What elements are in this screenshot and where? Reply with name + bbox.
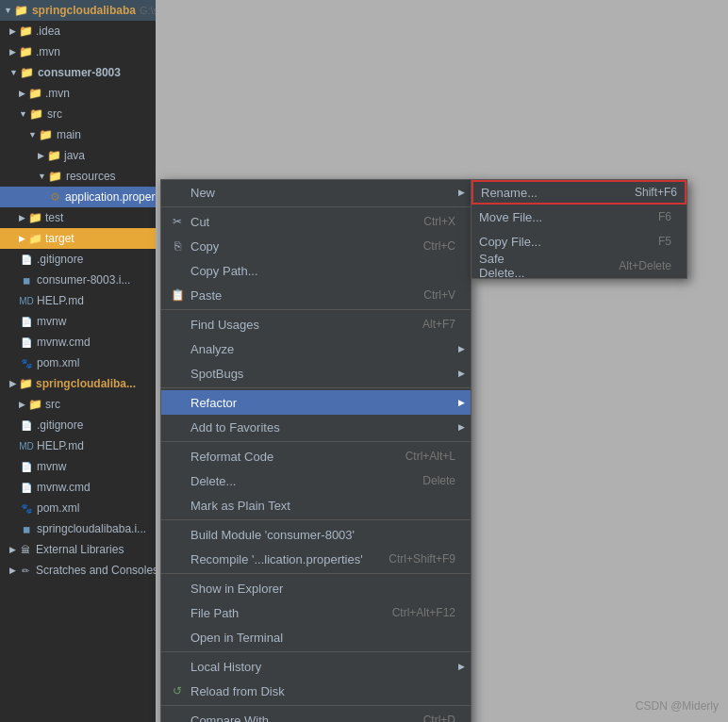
menu-copy-shortcut: Ctrl+C: [423, 239, 455, 253]
tree-spring2[interactable]: ▶ 📁 springcloudaliba...: [0, 373, 156, 394]
file-xml-icon: 🐾: [19, 355, 34, 370]
folder-icon: 📁: [20, 65, 35, 80]
tree-help-md[interactable]: MD HELP.md: [0, 290, 156, 311]
submenu-safe-delete[interactable]: Safe Delete... Alt+Delete: [472, 254, 687, 278]
menu-open-terminal[interactable]: Open in Terminal: [161, 625, 471, 649]
menu-build-label: Build Module 'consumer-8003': [190, 528, 455, 542]
menu-add-fav[interactable]: Add to Favorites: [161, 415, 471, 439]
menu-paste[interactable]: 📋 Paste Ctrl+V: [161, 283, 471, 307]
watermark: CSDN @Miderly: [636, 699, 719, 713]
menu-show-explorer[interactable]: Show in Explorer: [161, 576, 471, 600]
tree-ext-lib[interactable]: ▶ 🏛 External Libraries: [0, 539, 156, 560]
tree-pom2[interactable]: 🐾 pom.xml: [0, 498, 156, 518]
menu-find-shortcut: Alt+F7: [422, 318, 455, 331]
menu-reformat[interactable]: Reformat Code Ctrl+Alt+L: [161, 444, 471, 468]
tree-mvn2[interactable]: ▶ 📁 .mvn: [0, 83, 156, 104]
tree-scratches[interactable]: ▶ ✏ Scratches and Consoles: [0, 560, 156, 581]
tree-java[interactable]: ▶ 📁 java: [0, 145, 156, 166]
menu-recompile[interactable]: Recompile '...lication.properties' Ctrl+…: [161, 547, 471, 571]
menu-analyze[interactable]: Analyze: [161, 336, 471, 361]
menu-cut-label: Cut: [190, 215, 405, 229]
move-label: Move File...: [479, 210, 559, 224]
analyze-icon: [169, 340, 186, 357]
menu-delete[interactable]: Delete... Delete: [161, 468, 471, 493]
menu-compare[interactable]: Compare With... Ctrl+D: [161, 708, 471, 722]
tree-mvnw-cmd2[interactable]: 📄 mvnw.cmd: [0, 477, 156, 498]
menu-terminal-label: Open in Terminal: [190, 631, 455, 645]
move-shortcut: F6: [658, 210, 671, 223]
menu-spotbugs[interactable]: SpotBugs: [161, 361, 471, 386]
copy-path-icon: [169, 262, 186, 279]
menu-sep2: [161, 309, 471, 310]
recompile-icon: [169, 550, 186, 567]
menu-paste-shortcut: Ctrl+V: [423, 288, 455, 302]
menu-sep4: [161, 441, 471, 442]
file-icon: ◼: [19, 272, 34, 287]
tree-src[interactable]: ▼ 📁 src: [0, 104, 156, 124]
file-md-icon: MD: [19, 438, 34, 453]
menu-explorer-label: Show in Explorer: [190, 582, 455, 596]
menu-reload[interactable]: ↺ Reload from Disk: [161, 679, 471, 703]
tree-consumer[interactable]: ▼ 📁 consumer-8003: [0, 62, 156, 83]
submenu-move[interactable]: Move File... F6: [472, 205, 687, 229]
copy-icon: ⎘: [169, 238, 186, 254]
menu-new-label: New: [190, 186, 455, 200]
tree-mvnw2[interactable]: 📄 mvnw: [0, 456, 156, 477]
menu-refactor[interactable]: Refactor: [161, 390, 471, 415]
folder-icon: 📁: [18, 376, 33, 391]
menu-copy-label: Copy: [190, 239, 405, 254]
menu-cut[interactable]: ✂ Cut Ctrl+X: [161, 209, 471, 234]
file-icon: 📄: [19, 418, 34, 433]
tree-src2[interactable]: ▶ 📁 src: [0, 394, 156, 415]
tree-idea[interactable]: ▶ 📁 .idea: [0, 21, 156, 41]
tree-pom-xml[interactable]: 🐾 pom.xml: [0, 353, 156, 373]
arrow-icon: ▼: [4, 6, 12, 15]
root-project[interactable]: ▼ 📁 springcloudalibaba G:\springcloudali…: [0, 0, 156, 21]
new-icon: [169, 184, 186, 201]
menu-refactor-label: Refactor: [190, 396, 455, 410]
tree-resources[interactable]: ▼ 📁 resources: [0, 166, 156, 187]
menu-find-label: Find Usages: [190, 318, 404, 332]
submenu-copy[interactable]: Copy File... F5: [472, 229, 687, 254]
filepath-icon: [169, 604, 186, 621]
menu-mark-plain[interactable]: Mark as Plain Text: [161, 493, 471, 517]
fav-icon: [169, 418, 186, 435]
menu-copy-path[interactable]: Copy Path...: [161, 258, 471, 283]
menu-recompile-label: Recompile '...lication.properties': [190, 552, 370, 566]
menu-local-history[interactable]: Local History: [161, 654, 471, 679]
tree-gitignore[interactable]: 📄 .gitignore: [0, 249, 156, 270]
root-label: springcloudalibaba: [32, 4, 136, 17]
menu-fav-label: Add to Favorites: [190, 420, 455, 435]
file-icon: ◼: [19, 521, 34, 536]
file-props-icon: ⚙: [47, 189, 62, 205]
menu-delete-shortcut: Delete: [422, 474, 455, 487]
menu-paste-label: Paste: [190, 288, 405, 303]
spotbugs-icon: [169, 365, 186, 382]
tree-target[interactable]: ▶ 📁 target: [0, 228, 156, 249]
folder-icon: 📁: [27, 397, 42, 412]
menu-cut-shortcut: Ctrl+X: [423, 215, 455, 228]
tree-consumer-iml[interactable]: ◼ consumer-8003.i...: [0, 270, 156, 290]
tree-help2[interactable]: MD HELP.md: [0, 435, 156, 456]
tree-test[interactable]: ▶ 📁 test: [0, 207, 156, 228]
find-icon: [169, 316, 186, 333]
tree-spring-iml[interactable]: ◼ springcloudalibaba.i...: [0, 518, 156, 539]
tree-mvnw-cmd[interactable]: 📄 mvnw.cmd: [0, 332, 156, 353]
tree-main[interactable]: ▼ 📁 main: [0, 124, 156, 145]
menu-build[interactable]: Build Module 'consumer-8003': [161, 522, 471, 547]
submenu-rename[interactable]: Rename... Shift+F6: [472, 180, 687, 205]
sub-menu-refactor: Rename... Shift+F6 Move File... F6 Copy …: [471, 179, 687, 279]
menu-sep7: [161, 651, 471, 652]
menu-file-path[interactable]: File Path Ctrl+Alt+F12: [161, 600, 471, 625]
tree-mvnw[interactable]: 📄 mvnw: [0, 311, 156, 332]
folder-icon: 📁: [48, 169, 63, 184]
menu-new[interactable]: New: [161, 180, 471, 205]
tree-gitignore2[interactable]: 📄 .gitignore: [0, 415, 156, 435]
safe-delete-label: Safe Delete...: [479, 252, 539, 280]
ext-lib-icon: 🏛: [18, 542, 33, 557]
tree-app-properties[interactable]: ⚙ application.properties: [0, 187, 156, 207]
menu-copy[interactable]: ⎘ Copy Ctrl+C: [161, 234, 471, 258]
mark-icon: [169, 497, 186, 514]
menu-find-usages[interactable]: Find Usages Alt+F7: [161, 312, 471, 336]
tree-mvn[interactable]: ▶ 📁 .mvn: [0, 41, 156, 62]
